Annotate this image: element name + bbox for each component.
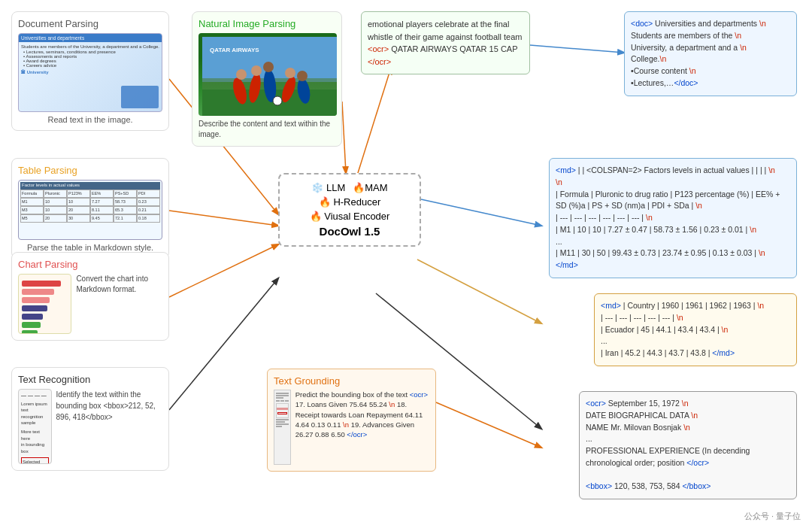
text-grounding-image	[274, 390, 291, 465]
document-parsing-title: Document Parsing	[18, 18, 162, 29]
svg-line-10	[436, 402, 541, 448]
hreducer-label: 🔥 H-Reducer	[319, 196, 380, 208]
document-parsing-image: Universities and departments Students ar…	[18, 33, 162, 112]
chart-parsing-caption: Convert the chart into Markdown format.	[76, 274, 162, 295]
svg-line-8	[342, 102, 346, 173]
table-parsing-title: Table Parsing	[18, 165, 162, 176]
visual-encoder-row: 🔥 Viusal Encoder	[290, 211, 409, 222]
ocr-input-text: emotional players celebrate at the final…	[368, 20, 522, 66]
table-parsing-caption: Parse the table in Markdown style.	[18, 243, 162, 252]
soccer-image: QATAR AIRWAYS	[198, 33, 337, 116]
svg-line-9	[169, 278, 278, 410]
llm-label: ❄️ LLM	[311, 182, 345, 193]
doc-tag-open: <doc>	[631, 19, 653, 28]
chart-parsing-panel: Chart Parsing 050100	[11, 252, 169, 341]
document-parsing-panel: Document Parsing Universities and depart…	[11, 11, 169, 131]
llm-mam-row: ❄️ LLM 🔥MAM	[290, 182, 409, 193]
hreducer-row: 🔥 H-Reducer	[290, 196, 409, 208]
svg-point-22	[285, 68, 295, 78]
output-document-box: <doc> Universities and departments \n St…	[624, 11, 797, 96]
table-parsing-panel: Table Parsing Factor levels in actual va…	[11, 158, 169, 259]
output-table-box: <md> | | <COLSPAN=2> Factors levels in a…	[549, 158, 797, 278]
svg-text:QATAR AIRWAYS: QATAR AIRWAYS	[210, 47, 259, 53]
svg-line-1	[530, 45, 624, 53]
svg-point-21	[263, 62, 274, 72]
natural-parsing-title: Natural Image Parsing	[198, 18, 335, 29]
output-country-box: <md> | Country | 1960 | 1961 | 1962 | 19…	[594, 293, 797, 366]
text-grounding-title: Text Grounding	[274, 375, 429, 387]
watermark: 公众号 · 量子位	[744, 511, 801, 522]
svg-point-20	[251, 65, 262, 76]
chart-parsing-image: 050100	[18, 274, 71, 334]
mam-label: 🔥MAM	[353, 182, 387, 193]
main-container: Document Parsing Universities and depart…	[0, 0, 812, 528]
svg-point-24	[273, 96, 282, 105]
natural-parsing-caption: Describe the content and text within the…	[198, 119, 335, 140]
output-bio-box: <ocr> September 15, 1972 \n DATE BIOGRAP…	[579, 391, 797, 499]
text-recognition-caption: Identify the text within the bounding bo…	[56, 389, 162, 423]
text-recognition-title: Text Recognition	[18, 374, 162, 385]
text-grounding-panel: Text Grounding	[267, 369, 436, 472]
svg-line-3	[417, 259, 541, 323]
text-recognition-panel: Text Recognition — — — — Lorem ipsum tex…	[11, 367, 169, 471]
document-parsing-caption: Read text in the image.	[18, 115, 162, 124]
center-model-box: ❄️ LLM 🔥MAM 🔥 H-Reducer 🔥 Viusal Encoder…	[278, 173, 421, 247]
svg-line-6	[169, 211, 278, 226]
chart-parsing-title: Chart Parsing	[18, 259, 162, 270]
text-grounding-text: Predict the bounding box of the text <oc…	[295, 390, 429, 439]
svg-line-7	[169, 244, 278, 297]
docowl-title: DocOwl 1.5	[290, 225, 409, 238]
svg-point-23	[297, 71, 308, 81]
table-parsing-image: Factor levels in actual values Formula P…	[18, 180, 162, 240]
ocr-input-box: emotional players celebrate at the final…	[361, 11, 530, 74]
svg-line-2	[421, 199, 541, 226]
natural-image-parsing-panel: Natural Image Parsing	[192, 11, 342, 147]
ocr-tag-close: </ocr>	[368, 57, 391, 66]
text-recognition-image: — — — — Lorem ipsum text recognition sam…	[18, 389, 52, 464]
visual-encoder-label: 🔥 Viusal Encoder	[310, 211, 390, 222]
svg-point-19	[236, 69, 247, 80]
ocr-tag-open: <ocr>	[368, 44, 389, 53]
